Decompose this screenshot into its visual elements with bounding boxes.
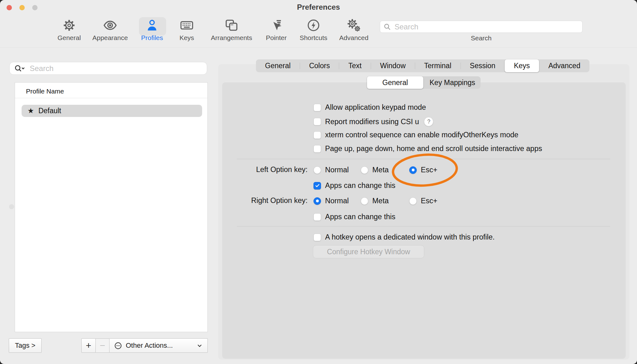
profile-list: Profile Name ★ Default bbox=[15, 82, 208, 332]
checkbox-row: xterm control sequence can enable modify… bbox=[313, 131, 518, 139]
tab-general[interactable]: General bbox=[256, 59, 300, 72]
toolbar-search-field[interactable] bbox=[380, 21, 583, 33]
help-button[interactable]: ? bbox=[424, 117, 433, 126]
checkbox-row: Apps can change this bbox=[313, 213, 395, 221]
tab-session[interactable]: Session bbox=[461, 59, 505, 72]
radio-label: Normal bbox=[325, 166, 349, 174]
checkbox-row: Allow application keypad mode bbox=[313, 103, 426, 112]
toolbar-search-input[interactable] bbox=[394, 22, 579, 32]
checkbox-label: Apps can change this bbox=[325, 213, 395, 221]
radio-left-esc[interactable] bbox=[409, 166, 417, 174]
profile-name: Default bbox=[38, 107, 61, 115]
bolt-circle-icon bbox=[306, 18, 321, 33]
checkbox-page-scroll[interactable] bbox=[313, 145, 321, 153]
checkbox-modify-other-keys[interactable] bbox=[313, 131, 321, 139]
checkbox-row: A hotkey opens a dedicated window with t… bbox=[313, 233, 495, 241]
circle-ellipsis-icon bbox=[114, 341, 122, 350]
checkbox-label: Allow application keypad mode bbox=[325, 103, 426, 112]
gear-icon bbox=[61, 18, 77, 33]
toolbar-item-advanced[interactable]: Advanced bbox=[327, 18, 380, 42]
checkbox-csi-u[interactable] bbox=[313, 118, 321, 125]
checkbox-label: Page up, page down, home and end scroll … bbox=[325, 144, 542, 153]
windows-icon bbox=[224, 18, 239, 33]
profile-search-input[interactable] bbox=[29, 64, 203, 73]
checkbox-keypad-mode[interactable] bbox=[313, 104, 321, 111]
other-actions-label: Other Actions... bbox=[126, 341, 173, 350]
keys-subtab-bar: General Key Mappings bbox=[367, 76, 481, 89]
left-option-key-label: Left Option key: bbox=[219, 166, 308, 173]
profile-list-header: Profile Name bbox=[26, 88, 64, 95]
radio-label: Normal bbox=[325, 197, 349, 205]
toolbar-label: Appearance bbox=[92, 34, 128, 42]
right-option-key-label: Right Option key: bbox=[219, 197, 308, 204]
toolbar-label: General bbox=[58, 34, 81, 42]
tab-window[interactable]: Window bbox=[371, 59, 415, 72]
chevron-down-icon bbox=[196, 342, 203, 349]
radio-left-meta[interactable] bbox=[361, 166, 368, 174]
search-icon bbox=[383, 23, 391, 31]
profile-tab-bar: General Colors Text Window Terminal Sess… bbox=[256, 59, 589, 72]
person-icon bbox=[144, 18, 160, 33]
other-actions-dropdown[interactable]: Other Actions... bbox=[109, 338, 208, 353]
toolbar-separator bbox=[0, 48, 637, 48]
checkbox-label: Apps can change this bbox=[325, 181, 395, 190]
radio-right-meta[interactable] bbox=[361, 197, 368, 205]
preferences-window: Preferences General Appearance Profiles bbox=[0, 0, 637, 364]
checkbox-row: Apps can change this bbox=[313, 181, 395, 190]
checkbox-row: Report modifiers using CSI u ? bbox=[313, 117, 433, 126]
tags-button[interactable]: Tags > bbox=[9, 338, 42, 353]
radio-label: Meta bbox=[372, 166, 389, 174]
profile-search-field[interactable] bbox=[9, 62, 207, 75]
radio-group-left-option: Normal bbox=[313, 166, 349, 174]
radio-right-normal[interactable] bbox=[313, 197, 321, 205]
checkbox-label: xterm control sequence can enable modify… bbox=[325, 131, 518, 139]
toolbar-label: Arrangements bbox=[211, 34, 252, 42]
toolbar-label: Pointer bbox=[266, 34, 287, 42]
checkbox-label: A hotkey opens a dedicated window with t… bbox=[325, 233, 495, 241]
gears-icon bbox=[346, 18, 362, 33]
subtab-general[interactable]: General bbox=[367, 76, 423, 89]
cursor-icon bbox=[268, 18, 284, 33]
splitter-handle[interactable] bbox=[9, 204, 14, 209]
minus-icon: − bbox=[100, 340, 105, 351]
plus-icon: + bbox=[86, 340, 91, 351]
tab-advanced[interactable]: Advanced bbox=[539, 59, 589, 72]
toolbar-label: Profiles bbox=[141, 34, 163, 42]
tab-text[interactable]: Text bbox=[339, 59, 370, 72]
toolbar-label: Advanced bbox=[339, 34, 368, 42]
checkbox-hotkey-window[interactable] bbox=[313, 234, 321, 241]
remove-profile-button[interactable]: − bbox=[95, 338, 110, 353]
page-title: Preferences bbox=[0, 3, 637, 12]
toolbar-label: Keys bbox=[180, 34, 194, 42]
eye-icon bbox=[102, 18, 118, 33]
checkbox-left-apps-can-change[interactable] bbox=[313, 182, 321, 190]
tags-button-label: Tags > bbox=[15, 341, 35, 350]
radio-group-right-option: Normal bbox=[313, 197, 349, 205]
configure-hotkey-window-button[interactable]: Configure Hotkey Window bbox=[313, 245, 424, 258]
checkbox-row: Page up, page down, home and end scroll … bbox=[313, 144, 542, 153]
subtab-key-mappings[interactable]: Key Mappings bbox=[423, 76, 482, 89]
keyboard-icon bbox=[179, 18, 195, 33]
section-divider bbox=[237, 226, 610, 226]
radio-right-esc[interactable] bbox=[409, 197, 417, 205]
toolbar-search-label: Search bbox=[456, 34, 506, 42]
profile-row-default[interactable]: ★ Default bbox=[22, 105, 202, 117]
magnifier-chevron-icon bbox=[13, 64, 27, 73]
tab-keys[interactable]: Keys bbox=[505, 59, 539, 72]
checkbox-right-apps-can-change[interactable] bbox=[313, 213, 321, 221]
radio-label: Meta bbox=[372, 197, 389, 205]
section-divider bbox=[237, 159, 610, 159]
radio-label: Esc+ bbox=[421, 197, 437, 205]
tab-colors[interactable]: Colors bbox=[300, 59, 339, 72]
tab-terminal[interactable]: Terminal bbox=[415, 59, 461, 72]
star-icon: ★ bbox=[28, 107, 34, 115]
toolbar-label: Shortcuts bbox=[300, 34, 328, 42]
radio-label: Esc+ bbox=[421, 166, 437, 174]
add-profile-button[interactable]: + bbox=[81, 338, 96, 353]
checkbox-label: Report modifiers using CSI u bbox=[325, 118, 419, 126]
list-header-separator bbox=[15, 98, 207, 98]
radio-left-normal[interactable] bbox=[313, 166, 321, 174]
